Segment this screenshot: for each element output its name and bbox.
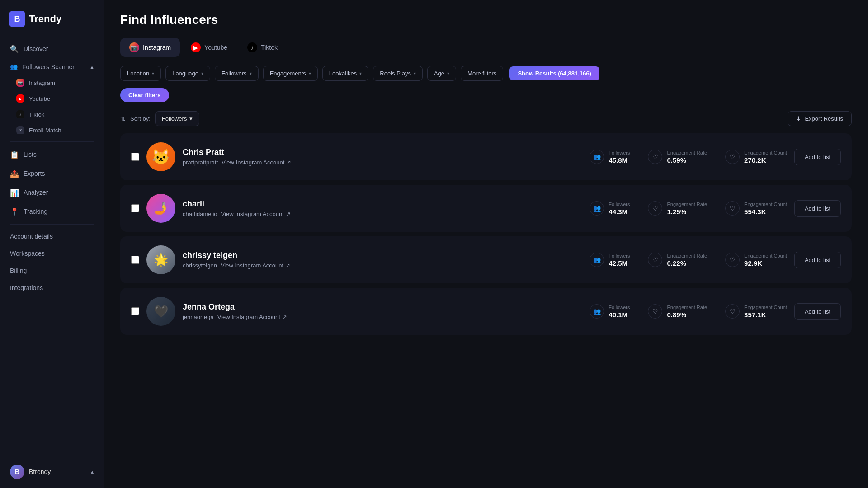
card-checkbox-chrissy-teigen[interactable] [131,256,139,264]
user-name: Btrendy [29,468,51,475]
view-instagram-link-chrissy-teigen[interactable]: View Instagram Account ↗ [221,262,290,269]
followers-icon-chris-pratt: 👥 [590,150,604,164]
engagement-count-icon-jenna-ortega: ♡ [725,304,740,319]
card-checkbox-jenna-ortega[interactable] [131,307,139,315]
tab-instagram[interactable]: 📷 Instagram [120,38,180,57]
external-link-icon: ↗ [285,262,290,269]
card-handle-jenna-ortega: jennaortega View Instagram Account ↗ [183,314,582,320]
card-info-chris-pratt: Chris Pratt prattprattpratt View Instagr… [183,148,582,166]
exports-label: Exports [24,170,45,177]
sort-by-section: ⇅ Sort by: Followers ▾ [120,111,199,126]
sidebar-item-account-details[interactable]: Account details [5,228,99,244]
filter-lookalikes[interactable]: Lookalikes ▾ [322,66,368,81]
sidebar-item-email-match[interactable]: ✉ Email Match [11,122,99,138]
card-info-charli: charli charlidamelio View Instagram Acco… [183,199,582,217]
avatar-jenna-ortega: 🖤 [146,297,175,326]
sidebar-item-youtube[interactable]: ▶ Youtube [11,91,99,106]
sidebar: B Trendy 🔍 Discover 👥 Followers Scanner … [0,0,104,488]
sidebar-item-billing[interactable]: Billing [5,263,99,279]
filter-engagements-label: Engagements [270,70,306,77]
youtube-tab-label: Youtube [204,44,227,51]
stat-followers-jenna-ortega: 👥 Followers 40.1M [590,304,630,319]
followers-icon-chrissy-teigen: 👥 [590,253,604,267]
card-checkbox-charli[interactable] [131,204,139,212]
engagement-count-icon-charli: ♡ [725,201,740,216]
stat-engagement-rate-charli: ♡ Engagement Rate 1.25% [648,201,707,216]
app-logo[interactable]: B Trendy [0,0,104,40]
filter-language[interactable]: Language ▾ [165,66,210,81]
tab-youtube[interactable]: ▶ Youtube [182,38,236,57]
sidebar-item-tracking[interactable]: 📍 Tracking [5,202,99,221]
engagement-count-value: 270.2K [744,156,787,164]
filter-lookalikes-label: Lookalikes [329,70,357,77]
sort-select[interactable]: Followers ▾ [155,111,200,126]
youtube-tab-icon: ▶ [191,42,201,52]
filter-engagements[interactable]: Engagements ▾ [263,66,318,81]
user-menu[interactable]: B Btrendy ▴ [5,461,99,483]
add-to-list-button-chrissy-teigen[interactable]: Add to list [794,252,841,268]
stat-engagement-count-charli: ♡ Engagement Count 554.3K [725,201,787,216]
sidebar-item-lists[interactable]: 📋 Lists [5,145,99,164]
engagement-rate-icon-charli: ♡ [648,201,662,216]
sidebar-item-exports[interactable]: 📤 Exports [5,164,99,183]
view-instagram-link-charli[interactable]: View Instagram Account ↗ [221,211,291,217]
show-results-button[interactable]: Show Results (64,881,166) [509,66,599,80]
card-info-chrissy-teigen: chrissy teigen chrissyteigen View Instag… [183,251,582,269]
sort-chevron-icon: ▾ [189,115,193,122]
external-link-icon: ↗ [282,314,287,320]
filters-bar: Location ▾ Language ▾ Followers ▾ Engage… [120,66,852,81]
influencer-list: 🐱 Chris Pratt prattprattpratt View Insta… [104,133,868,488]
sidebar-item-tiktok[interactable]: ♪ Tiktok [11,107,99,122]
add-to-list-button-chris-pratt[interactable]: Add to list [794,149,841,165]
sort-export-bar: ⇅ Sort by: Followers ▾ ⬇ Export Results [104,111,868,126]
tracking-label: Tracking [24,208,47,215]
followers-scanner-label: Followers Scanner [22,63,75,70]
tracking-icon: 📍 [10,207,19,216]
sidebar-item-followers-scanner[interactable]: 👥 Followers Scanner ▴ [5,59,99,75]
integrations-label: Integrations [10,284,43,291]
sort-icon: ⇅ [120,115,126,122]
handle-text-chrissy-teigen: chrissyteigen [183,262,217,269]
filter-age[interactable]: Age ▾ [427,66,456,81]
sidebar-item-instagram[interactable]: 📷 Instagram [11,75,99,90]
sidebar-item-discover[interactable]: 🔍 Discover [5,40,99,58]
sidebar-item-label: Discover [24,45,48,52]
sidebar-item-analyzer[interactable]: 📊 Analyzer [5,183,99,202]
handle-text-jenna-ortega: jennaortega [183,314,214,320]
tiktok-label: Tiktok [29,111,44,118]
filter-followers[interactable]: Followers ▾ [215,66,259,81]
add-to-list-button-jenna-ortega[interactable]: Add to list [794,303,841,320]
youtube-label: Youtube [29,95,50,102]
export-button[interactable]: ⬇ Export Results [788,111,852,126]
influencer-card-chris-pratt: 🐱 Chris Pratt prattprattpratt View Insta… [120,133,852,180]
filter-age-label: Age [434,70,444,77]
filter-location[interactable]: Location ▾ [120,66,161,81]
stat-engagement-rate-chrissy-teigen: ♡ Engagement Rate 0.22% [648,253,707,267]
view-instagram-link-chris-pratt[interactable]: View Instagram Account ↗ [222,159,291,166]
engagement-count-icon-chris-pratt: ♡ [725,150,740,164]
avatar-chrissy-teigen: 🌟 [146,245,175,274]
view-instagram-link-jenna-ortega[interactable]: View Instagram Account ↗ [217,314,287,320]
followers-value: 45.8M [609,156,630,164]
sidebar-item-workspaces[interactable]: Workspaces [5,245,99,262]
card-stats-chrissy-teigen: 👥 Followers 42.5M ♡ Engagement Rate 0.22… [590,253,787,267]
language-chevron-icon: ▾ [201,71,203,76]
more-filters-button[interactable]: More filters [461,66,503,81]
logo-text: Trendy [29,13,61,25]
stat-followers-chris-pratt: 👥 Followers 45.8M [590,150,630,164]
tab-tiktok[interactable]: ♪ Tiktok [238,38,287,57]
filter-reels-plays[interactable]: Reels Plays ▾ [373,66,423,81]
lookalikes-chevron-icon: ▾ [359,71,362,76]
card-checkbox-chris-pratt[interactable] [131,153,139,161]
add-to-list-button-charli[interactable]: Add to list [794,200,841,217]
engagement-rate-icon-chris-pratt: ♡ [648,150,662,164]
clear-filters-button[interactable]: Clear filters [120,88,169,102]
email-match-icon: ✉ [16,126,24,134]
handle-text-chris-pratt: prattprattpratt [183,159,218,166]
sidebar-item-integrations[interactable]: Integrations [5,280,99,296]
followers-scanner-sub-items: 📷 Instagram ▶ Youtube ♪ Tiktok ✉ Email M… [5,75,99,138]
handle-text-charli: charlidamelio [183,211,217,217]
youtube-icon: ▶ [16,94,24,103]
filter-location-label: Location [127,70,149,77]
filter-language-label: Language [172,70,198,77]
